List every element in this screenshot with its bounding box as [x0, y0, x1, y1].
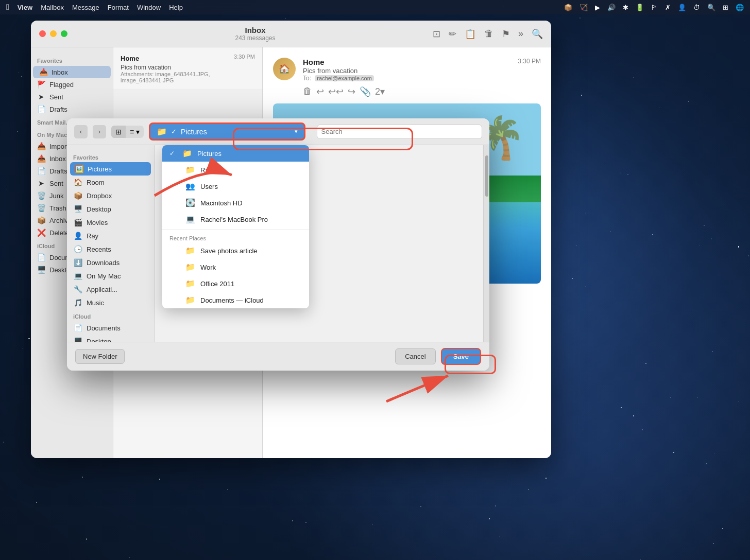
dp-check-icon: ✓ [169, 150, 175, 157]
dp-item-work[interactable]: 📁 Work [162, 259, 309, 275]
dialog-forward-button[interactable]: › [93, 125, 106, 138]
dp-item-pictures[interactable]: ✓ 📁 Pictures [162, 145, 309, 162]
time-machine-icon: ⏱ [693, 4, 700, 11]
movies-icon: 🎬 [73, 218, 82, 226]
volume-icon: 🔊 [607, 4, 616, 11]
sidebar-item-flagged[interactable]: 🚩 Flagged [31, 78, 113, 91]
dialog-search-input[interactable] [317, 125, 482, 139]
recents-icon: 🕒 [73, 245, 82, 253]
grid-view-button[interactable]: ⊞ [111, 126, 126, 138]
sent2-icon: ➤ [37, 179, 45, 187]
dp-item-ray[interactable]: 📁 Ray [162, 162, 309, 178]
junk-action-icon[interactable]: ⚑ [502, 28, 510, 40]
ds-item-icloud-documents[interactable]: 📄 Documents [67, 321, 154, 335]
more-reading-icon[interactable]: 2▾ [375, 86, 385, 97]
msg-sender-0: Home [121, 55, 139, 62]
ray-icon: 👤 [73, 232, 82, 240]
ds-item-movies[interactable]: 🎬 Movies [67, 216, 154, 229]
reading-header: 🏠 Home 3:30 PM Pics from vacation To: ra… [273, 58, 541, 97]
dropbox-icon: 📦 [564, 4, 572, 11]
ds-item-music[interactable]: 🎵 Music [67, 296, 154, 309]
sidebar-item-sent[interactable]: ➤ Sent [31, 91, 113, 103]
bluetooth-icon: ✱ [623, 4, 628, 11]
dp-divider [162, 230, 309, 230]
menu-help[interactable]: Help [169, 4, 183, 11]
sidebar-item-drafts[interactable]: 📄 Drafts [31, 103, 113, 115]
dp-item-users[interactable]: 👥 Users [162, 178, 309, 195]
ds-item-recents[interactable]: 🕒 Recents [67, 242, 154, 256]
avatar-icon: 🌐 [736, 4, 744, 11]
reply-all-icon[interactable]: ↩↩ [328, 86, 344, 97]
maximize-button[interactable] [61, 30, 67, 37]
sender-avatar: 🏠 [273, 58, 296, 80]
dp-item-macbook[interactable]: 💻 Rachel's MacBook Pro [162, 211, 309, 227]
dp-item-documents-icloud[interactable]: 📁 Documents — iCloud [162, 292, 309, 308]
title-bar-actions: ⊡ ✏ 📋 🗑 ⚑ » 🔍 [433, 28, 543, 40]
reading-to: To: rachel@example.com [303, 75, 541, 82]
dropdown-chevron-icon: ▾ [295, 128, 298, 135]
cursor-icon: ✗ [665, 4, 671, 11]
apple-menu[interactable]:  [6, 3, 9, 12]
control-center-icon[interactable]: ⊞ [723, 4, 728, 11]
sidebar-item-inbox[interactable]: 📥 Inbox [33, 66, 111, 78]
save-button[interactable]: Save [441, 348, 481, 365]
pictures-icon: 🖼️ [74, 165, 83, 173]
dropdown-folder-icon: 📁 [157, 127, 167, 136]
reply-icon[interactable]: ↩ [316, 86, 324, 97]
sidebar-toggle-icon[interactable]: ⊡ [433, 28, 440, 40]
ds-item-desktop[interactable]: 🖥️ Desktop [67, 202, 154, 216]
menu-format[interactable]: Format [108, 4, 129, 11]
dialog-favorites-label: Favorites [67, 150, 154, 162]
scrollbar-thumb [485, 155, 488, 197]
ds-item-applications[interactable]: 🔧 Applicati... [67, 283, 154, 296]
ds-item-icloud-desktop[interactable]: 🖥️ Desktop [67, 335, 154, 342]
drafts-icon: 📄 [37, 105, 45, 113]
close-button[interactable] [39, 30, 46, 37]
user-icon: 👤 [678, 4, 686, 11]
archive-action-icon[interactable]: 📋 [465, 28, 476, 40]
play-icon: ▶ [595, 4, 600, 11]
drafts2-icon: 📄 [37, 167, 45, 175]
menu-view[interactable]: View [18, 4, 32, 11]
mail-search-icon[interactable]: 🔍 [532, 28, 543, 40]
attach-icon[interactable]: 📎 [360, 86, 371, 97]
inbox-icon: 📥 [39, 68, 47, 76]
folder-dropdown-trigger[interactable]: 📁 ✓ Pictures ▾ [149, 122, 305, 141]
ds-item-downloads[interactable]: ⬇️ Downloads [67, 256, 154, 269]
list-view-button[interactable]: ≡ ▾ [126, 126, 144, 138]
more-actions-icon[interactable]: » [518, 28, 523, 39]
compose-icon[interactable]: ✏ [449, 28, 456, 40]
dp-item-macintosh[interactable]: 💽 Macintosh HD [162, 195, 309, 211]
dp-item-office-2011[interactable]: 📁 Office 2011 [162, 275, 309, 292]
message-item-0[interactable]: Home 3:30 PM Pics from vacation Attachme… [113, 47, 262, 90]
trash-icon: 🗑️ [37, 204, 45, 212]
cancel-button[interactable]: Cancel [395, 348, 435, 364]
ds-item-ray[interactable]: 👤 Ray [67, 229, 154, 242]
ds-item-on-my-mac[interactable]: 💻 On My Mac [67, 269, 154, 283]
menu-mailbox[interactable]: Mailbox [41, 4, 64, 11]
ds-item-dropbox[interactable]: 📦 Dropbox [67, 189, 154, 202]
ds-item-pictures[interactable]: 🖼️ Pictures [70, 162, 151, 176]
msg-subject-0: Pics from vacation [121, 64, 255, 71]
inbox-title: Inbox [78, 26, 433, 34]
new-folder-button[interactable]: New Folder [75, 349, 125, 364]
dialog-back-button[interactable]: ‹ [74, 125, 88, 138]
downloads-icon: ⬇️ [73, 258, 82, 267]
menu-message[interactable]: Message [72, 4, 99, 11]
documents-icon: 📄 [37, 253, 45, 261]
menu-window[interactable]: Window [137, 4, 161, 11]
ds-item-room[interactable]: 🏠 Room [67, 176, 154, 189]
reading-meta: Home 3:30 PM Pics from vacation To: rach… [303, 58, 541, 97]
msg-time-0: 3:30 PM [234, 54, 255, 60]
delete-action-icon[interactable]: 🗑 [484, 28, 493, 39]
battery-icon: 🔋 [636, 4, 644, 11]
search-menubar-icon[interactable]: 🔍 [707, 4, 715, 11]
title-bar-center: Inbox 243 messages [78, 26, 433, 42]
minimize-button[interactable] [50, 30, 57, 37]
dp-item-save-photos[interactable]: 📁 Save photos article [162, 242, 309, 259]
dp-documents-icloud-icon: 📁 [185, 295, 195, 305]
forward-icon[interactable]: ↪ [348, 86, 355, 97]
dialog-scrollbar[interactable] [483, 145, 489, 342]
delete-reading-icon[interactable]: 🗑 [303, 86, 312, 97]
icloud-desktop-icon: 🖥️ [73, 337, 82, 342]
